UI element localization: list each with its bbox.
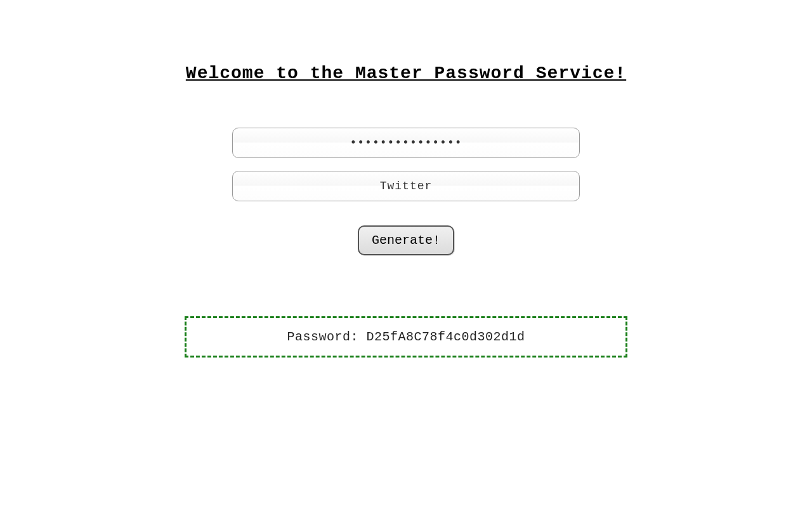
- service-name-input[interactable]: [232, 171, 580, 201]
- output-label: Password:: [287, 330, 366, 344]
- generate-button[interactable]: Generate!: [358, 225, 454, 255]
- page-title: Welcome to the Master Password Service!: [186, 64, 626, 83]
- password-form: Generate!: [232, 128, 580, 255]
- inputs-group: [232, 128, 580, 201]
- master-password-input[interactable]: [232, 128, 580, 158]
- output-value: D25fA8C78f4c0d302d1d: [366, 330, 525, 344]
- generated-password-box: Password: D25fA8C78f4c0d302d1d: [185, 316, 627, 358]
